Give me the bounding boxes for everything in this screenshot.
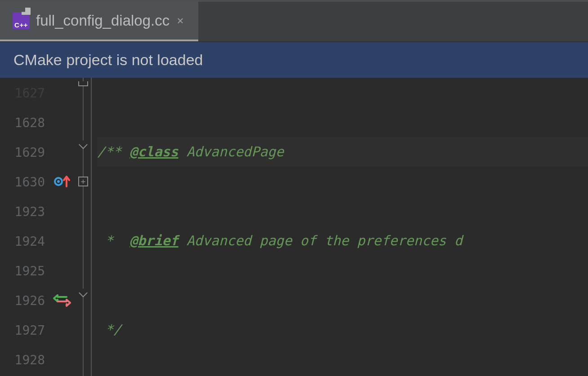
- editor-tab-active[interactable]: C++ full_config_dialog.cc ×: [0, 2, 198, 41]
- svg-point-1: [57, 180, 60, 183]
- code-line[interactable]: */: [97, 315, 588, 345]
- recursive-call-icon[interactable]: [49, 285, 75, 315]
- code-content[interactable]: /** @class AdvancedPage * @brief Advance…: [92, 78, 588, 376]
- code-line[interactable]: * @brief Advanced page of the preference…: [97, 226, 588, 256]
- line-number: 1923: [0, 197, 49, 227]
- file-icon-label: C++: [14, 21, 28, 29]
- line-number: 1925: [0, 257, 49, 286]
- cpp-file-icon: C++: [13, 12, 30, 29]
- fold-region-end-icon[interactable]: [78, 81, 88, 86]
- editor-tab-bar: C++ full_config_dialog.cc ×: [0, 2, 588, 42]
- line-number: 1926: [0, 286, 49, 316]
- fold-collapse-icon[interactable]: [79, 140, 88, 149]
- line-number: 1924: [0, 227, 49, 257]
- fold-expand-icon[interactable]: +: [78, 177, 88, 186]
- notification-text: CMake project is not loaded: [13, 51, 203, 68]
- line-number: 1928: [0, 345, 49, 375]
- code-editor[interactable]: 1627 1628 1629 1630 1923 1924 1925 1926 …: [0, 78, 588, 376]
- line-number: 1927: [0, 316, 49, 345]
- fold-collapse-icon[interactable]: [79, 288, 88, 297]
- override-run-marker-icon[interactable]: [49, 167, 75, 196]
- fold-guide-line: [83, 78, 84, 376]
- line-number: 1628: [0, 108, 49, 138]
- line-number: 1627: [0, 79, 49, 108]
- gutter-markers: [49, 78, 76, 376]
- code-line[interactable]: /** @class AdvancedPage: [97, 137, 588, 167]
- notification-banner[interactable]: CMake project is not loaded: [0, 42, 588, 78]
- fold-gutter: +: [76, 78, 92, 376]
- close-tab-icon[interactable]: ×: [176, 16, 185, 25]
- line-number: 1629: [0, 138, 49, 168]
- line-number: 1630: [0, 168, 49, 197]
- line-number-gutter: 1627 1628 1629 1630 1923 1924 1925 1926 …: [0, 78, 49, 376]
- tab-filename: full_config_dialog.cc: [36, 12, 169, 29]
